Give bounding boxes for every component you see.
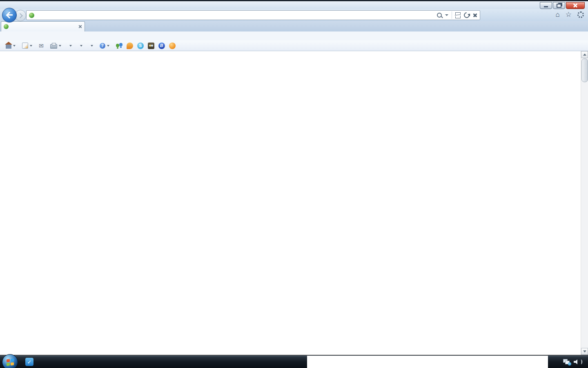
home-icon[interactable]	[555, 11, 559, 19]
mail-icon	[39, 43, 44, 49]
print-command[interactable]	[48, 43, 64, 49]
scrollbar-thumb[interactable]	[581, 58, 588, 82]
chevron-down-icon	[13, 45, 16, 47]
minimize-button[interactable]	[540, 2, 552, 9]
address-input[interactable]	[26, 10, 480, 20]
tools-menu[interactable]	[87, 45, 96, 47]
search-dropdown-icon[interactable]	[445, 14, 448, 16]
tab-favicon	[4, 24, 9, 29]
network-tray-icon[interactable]	[563, 359, 570, 365]
rss-feed-icon	[22, 43, 28, 49]
refresh-icon[interactable]	[463, 11, 471, 19]
page-menu[interactable]	[65, 45, 74, 47]
printer-icon	[50, 44, 57, 49]
skype-app-icon[interactable]	[137, 43, 144, 49]
restore-button[interactable]	[553, 2, 565, 9]
start-button[interactable]	[2, 354, 18, 368]
chevron-down-icon	[107, 45, 109, 47]
compatibility-view-icon[interactable]	[455, 12, 461, 18]
house-icon	[6, 45, 11, 49]
tab-close-icon[interactable]	[78, 25, 82, 29]
feeds-command[interactable]	[20, 43, 35, 49]
speaker-wave-icon	[579, 359, 582, 364]
safety-menu[interactable]	[76, 45, 85, 47]
system-tray	[563, 355, 586, 368]
browser-ball-app-icon[interactable]	[169, 43, 176, 49]
chevron-down-icon	[91, 45, 93, 47]
site-favicon	[29, 13, 34, 18]
binoculars-app-icon[interactable]	[148, 43, 154, 49]
chevron-down-icon	[69, 45, 72, 47]
windows-logo-icon	[7, 359, 14, 366]
page-content	[0, 51, 581, 355]
title-bar	[0, 1, 588, 9]
window-controls	[539, 2, 585, 9]
vertical-scrollbar[interactable]	[581, 51, 588, 355]
search-icon[interactable]	[437, 13, 442, 18]
taskbar-white-window-area	[307, 356, 548, 368]
help-icon	[100, 43, 105, 49]
divider	[452, 11, 452, 19]
back-button[interactable]	[2, 8, 17, 22]
scroll-down-button[interactable]	[581, 348, 588, 355]
downloader-app-icon[interactable]	[127, 43, 133, 49]
help-menu[interactable]	[97, 43, 112, 49]
close-button[interactable]	[566, 2, 585, 9]
settings-gear-icon[interactable]	[577, 11, 584, 18]
pinned-check-icon[interactable]	[25, 358, 33, 366]
stop-icon[interactable]	[473, 13, 477, 18]
browser-tab[interactable]	[1, 21, 85, 31]
tab-strip	[0, 21, 588, 31]
speaker-icon[interactable]	[574, 359, 579, 364]
chevron-down-icon	[30, 45, 32, 47]
scroll-up-button[interactable]	[581, 51, 588, 58]
bluetooth-app-icon[interactable]	[158, 43, 165, 49]
taskbar	[0, 355, 588, 368]
address-bar-row	[0, 9, 588, 21]
chevron-down-icon	[80, 45, 82, 47]
chevron-down-icon	[59, 45, 61, 47]
menu-bar	[0, 31, 588, 40]
contacts-app-icon[interactable]	[116, 43, 122, 49]
read-mail-command[interactable]	[36, 43, 46, 49]
favorites-star-icon[interactable]	[566, 10, 572, 19]
home-command[interactable]	[3, 43, 18, 49]
command-bar	[0, 40, 588, 51]
